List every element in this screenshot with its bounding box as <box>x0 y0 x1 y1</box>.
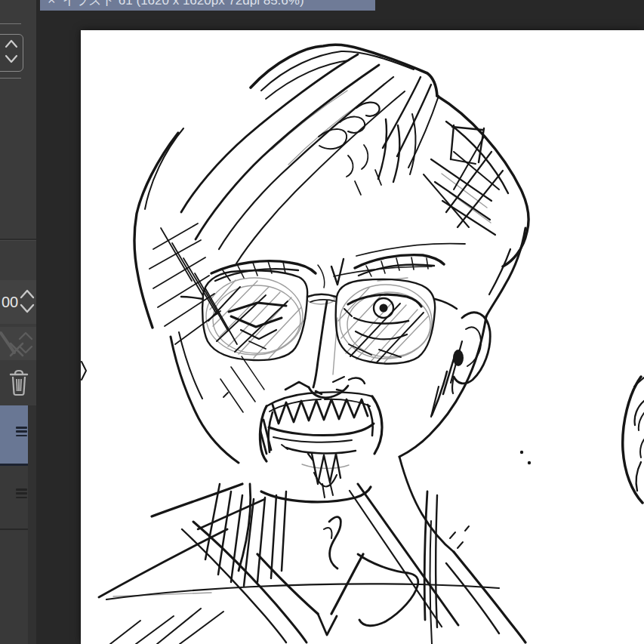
chevron-down-icon <box>20 347 32 353</box>
chevron-up-icon[interactable] <box>21 291 33 297</box>
section-divider <box>0 239 36 241</box>
tab-title: イラスト 61 (1620 x 1620px 72dpi 85.6%) <box>63 0 304 9</box>
disabled-stepper-icon <box>0 327 36 360</box>
value-display: 00 <box>0 294 18 310</box>
left-panel: 00 <box>0 0 36 644</box>
sketch-ink-lines <box>82 45 531 644</box>
chevron-down-icon[interactable] <box>21 305 33 312</box>
divider <box>0 23 21 24</box>
chevron-up-icon <box>20 333 32 339</box>
clip-studio-window: { "tab": { "close": "×", "title": "イラスト … <box>0 0 644 644</box>
menu-icon <box>16 488 27 498</box>
divider <box>0 78 21 79</box>
delete-button[interactable] <box>3 368 30 399</box>
layer-row[interactable] <box>0 466 28 530</box>
chevron-down-icon[interactable] <box>6 56 17 62</box>
menu-icon <box>16 427 27 436</box>
value-stepper[interactable]: 00 <box>0 280 36 324</box>
trash-icon <box>8 369 30 396</box>
disabled-stepper[interactable] <box>0 327 36 360</box>
chevron-up-icon[interactable] <box>6 41 17 47</box>
second-head-sketch <box>623 377 644 503</box>
layer-row-selected[interactable] <box>0 405 28 466</box>
scroll-stepper[interactable] <box>0 34 23 72</box>
layer-list-track <box>28 405 36 644</box>
document-tab[interactable]: × イラスト 61 (1620 x 1620px 72dpi 85.6%) <box>40 0 375 11</box>
sketch-construction-lines <box>113 91 491 596</box>
stepper-chevrons <box>0 35 20 69</box>
drawing-canvas[interactable] <box>81 30 644 644</box>
value-stepper-arrows <box>19 287 35 317</box>
layer-list-empty <box>0 530 28 644</box>
portrait-sketch <box>81 30 644 644</box>
tab-close-button[interactable]: × <box>48 0 56 8</box>
